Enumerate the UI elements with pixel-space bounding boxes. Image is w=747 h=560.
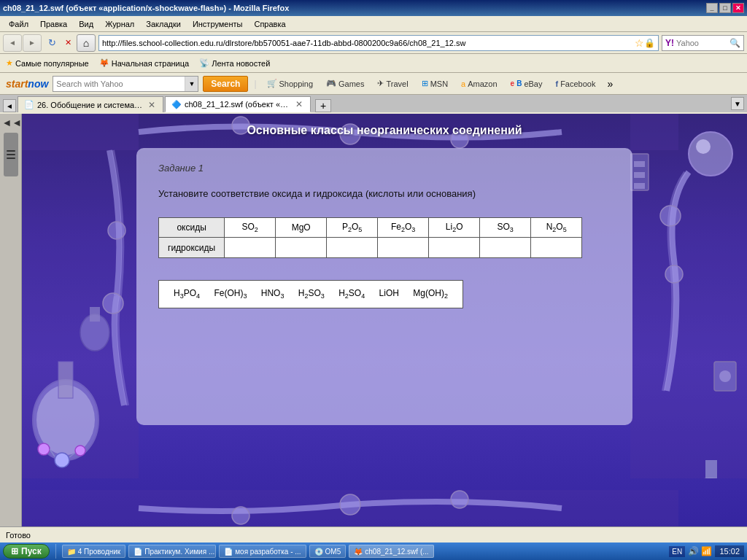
- lang-indicator[interactable]: EN: [669, 546, 685, 557]
- refresh-button[interactable]: ↻: [44, 36, 59, 50]
- svg-point-31: [232, 507, 249, 524]
- doc-icon-2: 📄: [224, 548, 233, 556]
- taskbar-firefox[interactable]: 🦊 ch08_21_12.swf (...: [349, 545, 433, 558]
- menu-history[interactable]: Журнал: [99, 18, 140, 30]
- search-toolbar: startnow ▼ Search | 🛒 Shopping 🎮 Games ✈…: [0, 73, 747, 95]
- bookmark-home[interactable]: 🦊 Начальная страница: [96, 58, 192, 69]
- taskbar-om5[interactable]: 💿 ОМ5: [309, 545, 347, 558]
- new-tab-button[interactable]: +: [315, 99, 331, 112]
- sidebar-nav-btn[interactable]: ◄◄: [2, 117, 20, 128]
- address-bar[interactable]: ☆ 🔒: [98, 35, 659, 51]
- task-label: Задание 1: [158, 163, 611, 174]
- oxide-li2o: Li2O: [429, 218, 480, 238]
- maximize-button[interactable]: □: [719, 3, 731, 13]
- svg-rect-30: [22, 490, 678, 526]
- address-input[interactable]: [102, 39, 635, 47]
- taskbar-right: EN 🔊 📶 15:02: [669, 545, 744, 557]
- compound-hno3[interactable]: HNO3: [261, 288, 285, 298]
- menu-edit[interactable]: Правка: [34, 18, 73, 30]
- hydroxide-cell-2[interactable]: [276, 238, 327, 258]
- yahoo-search-bar[interactable]: ▼: [53, 76, 198, 92]
- bookmark-news[interactable]: 📡 Лента новостей: [196, 58, 273, 69]
- tab-scroll-left[interactable]: ◄: [3, 99, 16, 112]
- compounds-box: H3PO4 Fe(OH)3 HNO3 H2SO3 H2SO4 LiOH Mg(O…: [158, 280, 463, 308]
- row-header-oxides: оксиды: [159, 218, 225, 238]
- msn-icon: ⊞: [422, 79, 428, 88]
- chem-table: оксиды SO2 MgO P2O5 Fe2O3 Li2O SO3 N2O5 …: [158, 217, 582, 258]
- oxide-n2o5: N2O5: [531, 218, 582, 238]
- chem-content-box: Задание 1 Установите соответствие оксида…: [136, 148, 632, 425]
- hydroxide-cell-5[interactable]: [429, 238, 480, 258]
- compound-h2so3[interactable]: H2SO3: [298, 288, 325, 298]
- forward-button[interactable]: ►: [23, 34, 42, 52]
- toolbar-shopping[interactable]: 🛒 Shopping: [263, 79, 318, 88]
- yahoo-toolbar-input[interactable]: [53, 79, 185, 88]
- tab-2[interactable]: 🔷 ch08_21_12.swf (объект «applic...» ✕: [165, 96, 311, 112]
- firefox-icon: 🦊: [99, 58, 109, 68]
- main-area: ◄◄: [0, 114, 747, 526]
- minimize-button[interactable]: _: [706, 3, 718, 13]
- svg-point-4: [80, 314, 109, 351]
- hydroxide-cell-3[interactable]: [327, 238, 378, 258]
- compound-feoh3[interactable]: Fe(OH)3: [214, 288, 247, 298]
- svg-point-1: [33, 380, 98, 460]
- start-button[interactable]: ⊞ Пуск: [3, 544, 50, 559]
- tab-close-1[interactable]: ✕: [147, 100, 157, 110]
- toolbar-travel[interactable]: ✈ Travel: [373, 79, 412, 88]
- oxide-so2: SO2: [225, 218, 276, 238]
- menu-help[interactable]: Справка: [248, 18, 291, 30]
- tab-label-2: ch08_21_12.swf (объект «applic...»: [185, 100, 291, 109]
- svg-rect-0: [22, 114, 139, 478]
- toolbar-amazon[interactable]: a Amazon: [457, 79, 501, 88]
- search-go-button[interactable]: Search: [203, 76, 248, 92]
- compound-mgoh2[interactable]: Mg(OH)2: [413, 288, 448, 298]
- menubar: Файл Правка Вид Журнал Закладки Инструме…: [0, 16, 747, 32]
- hydroxide-cell-6[interactable]: [480, 238, 531, 258]
- stop-button[interactable]: ✕: [62, 36, 74, 50]
- menu-file[interactable]: Файл: [3, 18, 34, 30]
- tab-label-1: 26. Обобщение и систематизация зн...: [37, 101, 144, 109]
- folder-icon: 📁: [67, 548, 76, 556]
- toolbar-msn[interactable]: ⊞ MSN: [417, 79, 452, 88]
- oxide-mgo: MgO: [276, 218, 327, 238]
- startnow-logo: startnow: [6, 78, 48, 90]
- amazon-icon: a: [461, 79, 465, 88]
- svg-point-33: [451, 491, 468, 508]
- toolbar-facebook[interactable]: f Facebook: [551, 79, 600, 88]
- tab-favicon-1: 📄: [24, 100, 34, 109]
- more-icon[interactable]: »: [607, 78, 613, 90]
- svg-point-2: [36, 385, 95, 455]
- search-dropdown-button[interactable]: ▼: [185, 77, 198, 91]
- bookmark-popular[interactable]: ★ Самые популярные: [3, 58, 92, 69]
- navbar: ◄ ► ↻ ✕ ⌂ ☆ 🔒 Y! 🔍: [0, 32, 747, 54]
- close-button[interactable]: ✕: [732, 3, 744, 13]
- tab-1[interactable]: 📄 26. Обобщение и систематизация зн... ✕: [18, 96, 163, 112]
- tab-close-2[interactable]: ✕: [294, 99, 304, 109]
- chem-title: Основные классы неорганических соединени…: [247, 124, 522, 137]
- svg-line-9: [50, 449, 55, 456]
- back-button[interactable]: ◄: [3, 34, 22, 52]
- yahoo-search-input[interactable]: [676, 39, 727, 47]
- menu-bookmarks[interactable]: Закладки: [140, 18, 187, 30]
- hydroxide-cell-4[interactable]: [378, 238, 429, 258]
- compound-h3po4[interactable]: H3PO4: [174, 288, 200, 298]
- compound-h2so4[interactable]: H2SO4: [338, 288, 365, 298]
- menu-view[interactable]: Вид: [73, 18, 99, 30]
- taskbar-explorer[interactable]: 📁 4 Проводник: [62, 545, 126, 558]
- compound-lioh[interactable]: LiOH: [379, 288, 399, 298]
- yahoo-search-box[interactable]: Y! 🔍: [662, 35, 744, 51]
- app-icon: 💿: [314, 548, 323, 556]
- taskbar-moya[interactable]: 📄 моя разработка - ...: [219, 545, 306, 558]
- taskbar-sep: [55, 544, 56, 559]
- home-button[interactable]: ⌂: [77, 34, 96, 52]
- svg-rect-22: [630, 154, 649, 190]
- toolbar-ebay[interactable]: e B eBay eBay: [506, 79, 547, 88]
- oxide-p2o5: P2O5: [327, 218, 378, 238]
- hydroxide-cell-1[interactable]: [225, 238, 276, 258]
- hydroxide-cell-7[interactable]: [531, 238, 582, 258]
- toolbar-games[interactable]: 🎮 Games: [322, 79, 368, 88]
- svg-rect-24: [634, 172, 645, 178]
- taskbar-praktikum[interactable]: 📄 Практикум. Химия ...: [128, 545, 216, 558]
- tab-list-button[interactable]: ▼: [731, 97, 744, 110]
- menu-tools[interactable]: Инструменты: [187, 18, 249, 30]
